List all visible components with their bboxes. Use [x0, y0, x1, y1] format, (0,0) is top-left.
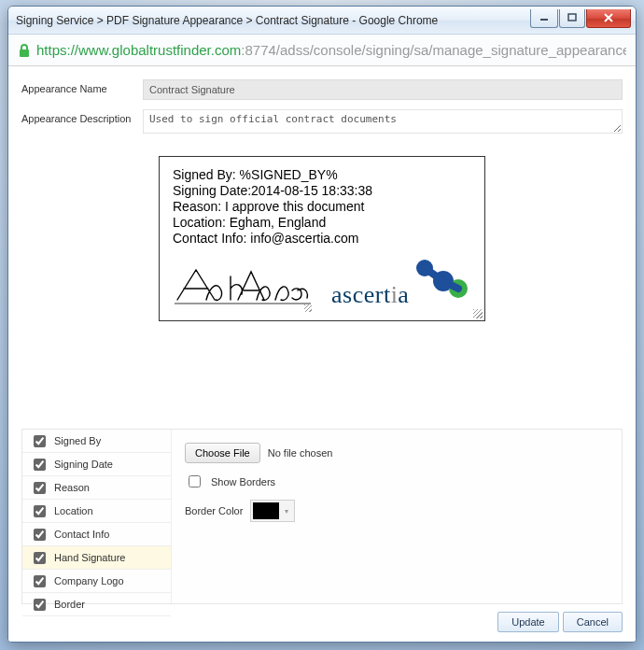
border-color-picker[interactable]: ▾	[250, 500, 295, 522]
checklist-label: Company Logo	[54, 575, 124, 586]
checklist-item-company-logo[interactable]: Company Logo	[22, 570, 171, 593]
hand-signature-icon	[173, 262, 313, 309]
url-path: :8774/adss/console/signing/sa/manage_sig…	[241, 42, 626, 58]
preview-reason: Reason: I approve this document	[173, 199, 471, 214]
checklist-item-signing-date[interactable]: Signing Date	[22, 453, 171, 476]
appearance-desc-label: Appearance Description	[21, 109, 143, 124]
maximize-button[interactable]	[559, 9, 585, 28]
resize-grip-icon[interactable]	[304, 304, 312, 312]
preview-signed-by: Signed By: %SIGNED_BY%	[173, 167, 471, 182]
chevron-down-icon: ▾	[281, 507, 292, 516]
dialog-footer: Update Cancel	[497, 612, 623, 632]
signature-preview[interactable]: Signed By: %SIGNED_BY% Signing Date:2014…	[159, 156, 485, 321]
file-chosen-text: No file chosen	[268, 447, 333, 459]
options-panel: Signed BySigning DateReasonLocationConta…	[21, 429, 623, 604]
url-protocol: https://	[36, 42, 78, 58]
checklist-checkbox[interactable]	[34, 482, 46, 494]
checklist-checkbox[interactable]	[34, 575, 46, 587]
cancel-button[interactable]: Cancel	[563, 612, 623, 632]
border-color-row: Border Color ▾	[185, 500, 609, 522]
svg-rect-1	[568, 14, 576, 21]
address-bar[interactable]: https://www.globaltrustfinder.com:8774/a…	[8, 35, 636, 66]
color-swatch	[253, 502, 279, 519]
checklist-item-location[interactable]: Location	[22, 500, 171, 523]
show-borders-checkbox[interactable]	[189, 475, 201, 488]
checklist-item-border[interactable]: Border	[22, 593, 171, 616]
appearance-desc-input[interactable]: Used to sign official contract documents	[143, 109, 623, 134]
show-borders-label: Show Borders	[211, 476, 275, 488]
appearance-name-row: Appearance Name	[21, 79, 623, 100]
company-logo: ascertia	[331, 255, 471, 313]
choose-file-button[interactable]: Choose File	[185, 443, 260, 463]
appearance-desc-row: Appearance Description Used to sign offi…	[21, 109, 623, 135]
preview-contact: Contact Info: info@ascertia.com	[173, 231, 471, 246]
component-settings: Choose File No file chosen Show Borders …	[172, 430, 622, 603]
checklist-checkbox[interactable]	[34, 552, 46, 564]
page-body: Appearance Name Appearance Description U…	[8, 66, 636, 642]
window-title: Signing Service > PDF Signature Appearan…	[16, 14, 530, 27]
preview-signing-date: Signing Date:2014-08-15 18:33:38	[173, 183, 471, 198]
appearance-name-label: Appearance Name	[21, 79, 143, 94]
checklist-checkbox[interactable]	[34, 529, 46, 541]
appearance-name-input[interactable]	[143, 79, 623, 100]
checklist-label: Hand Signature	[54, 552, 125, 563]
checklist-label: Location	[54, 505, 93, 516]
browser-window: Signing Service > PDF Signature Appearan…	[7, 6, 637, 643]
checklist-item-hand-signature[interactable]: Hand Signature	[22, 546, 171, 570]
checklist-checkbox[interactable]	[34, 435, 46, 447]
window-buttons	[530, 13, 632, 28]
checklist-item-reason[interactable]: Reason	[22, 476, 171, 500]
svg-rect-4	[20, 49, 29, 57]
checklist-item-contact-info[interactable]: Contact Info	[22, 523, 171, 546]
checklist-label: Contact Info	[54, 529, 109, 540]
preview-bottom-row: ascertia	[173, 255, 471, 313]
resize-grip-icon[interactable]	[473, 309, 483, 318]
update-button[interactable]: Update	[497, 612, 558, 632]
checklist-label: Signed By	[54, 435, 101, 446]
window-titlebar: Signing Service > PDF Signature Appearan…	[8, 7, 636, 35]
checklist-checkbox[interactable]	[34, 459, 46, 471]
checklist-checkbox[interactable]	[34, 505, 46, 517]
file-chooser-row: Choose File No file chosen	[185, 443, 609, 463]
checklist-label: Border	[54, 599, 85, 610]
url-host: www.globaltrustfinder.com	[78, 42, 241, 58]
checklist-label: Signing Date	[54, 459, 113, 470]
company-logo-text: ascertia	[331, 281, 409, 309]
url-text: https://www.globaltrustfinder.com:8774/a…	[36, 42, 626, 58]
checklist-item-signed-by[interactable]: Signed By	[22, 430, 171, 453]
lock-icon	[18, 43, 31, 58]
preview-location: Location: Egham, England	[173, 215, 471, 230]
minimize-button[interactable]	[530, 9, 558, 28]
show-borders-row: Show Borders	[185, 473, 609, 490]
checklist-label: Reason	[54, 482, 90, 493]
signature-components-list: Signed BySigning DateReasonLocationConta…	[22, 430, 172, 603]
signature-preview-wrap: Signed By: %SIGNED_BY% Signing Date:2014…	[21, 156, 623, 321]
border-color-label: Border Color	[185, 505, 243, 516]
checklist-checkbox[interactable]	[34, 599, 46, 611]
close-button[interactable]	[586, 9, 631, 28]
